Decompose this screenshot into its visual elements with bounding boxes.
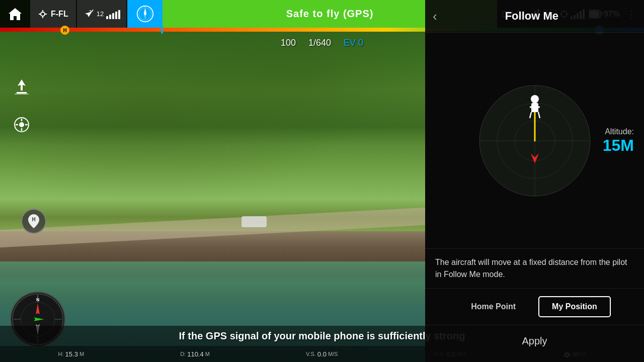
camera-shutter: 1/640: [308, 38, 331, 48]
svg-text:N: N: [36, 297, 39, 302]
home-point-button[interactable]: Home Point: [458, 296, 528, 317]
svg-rect-29: [15, 94, 29, 95]
apply-button[interactable]: Apply: [497, 330, 572, 352]
progress-marker2: [161, 26, 163, 34]
flight-mode: F-FL: [30, 0, 76, 28]
panel-header: ‹ Follow Me: [425, 0, 644, 33]
progress-h-marker: H: [60, 26, 69, 35]
rc-icon[interactable]: [10, 113, 33, 136]
svg-point-31: [20, 123, 24, 127]
altitude-value: 15M: [603, 136, 634, 154]
gps-section: 12: [77, 0, 126, 28]
altitude-label: Altitude:: [603, 127, 634, 136]
land-icon[interactable]: [10, 75, 33, 98]
right-panel: ‹ Follow Me Altitude: 15M: [425, 0, 644, 362]
mode-label: F-FL: [51, 10, 68, 19]
radar-svg: [477, 83, 593, 199]
svg-rect-27: [21, 84, 23, 90]
stat-vspeed: V.S. 0.0 M/S: [306, 350, 338, 358]
svg-line-5: [90, 11, 92, 12]
gps-signal-bars: [106, 9, 120, 19]
svg-text:H: H: [32, 217, 35, 222]
stat-height: H: 15.3 M: [58, 350, 84, 358]
mode-buttons: Home Point My Position: [425, 288, 644, 325]
home-button[interactable]: [0, 0, 30, 28]
apply-section: Apply: [425, 325, 644, 362]
panel-description: The aircraft will move at a fixed distan…: [425, 248, 644, 288]
left-icons: [10, 75, 33, 136]
svg-point-51: [531, 95, 539, 103]
panel-back-button[interactable]: ‹: [433, 9, 437, 24]
my-position-button[interactable]: My Position: [538, 296, 611, 317]
gps-active-button[interactable]: N: [127, 0, 163, 28]
altitude-display: Altitude: 15M: [603, 127, 634, 154]
panel-title: Follow Me: [442, 10, 621, 23]
svg-line-6: [92, 10, 93, 12]
caption-text: If the GPS signal of your mobile phone i…: [179, 330, 465, 342]
svg-point-0: [41, 12, 45, 16]
svg-text:N: N: [144, 5, 145, 8]
gps-count: 12: [97, 10, 104, 18]
stat-distance: D: 110.4 M: [180, 350, 210, 358]
camera-info: 100 1/640 EV 0: [281, 38, 363, 48]
home-marker[interactable]: H: [21, 209, 46, 234]
radar-container: Altitude: 15M: [425, 33, 644, 248]
svg-rect-28: [17, 92, 27, 94]
camera-ev: EV 0: [344, 38, 363, 48]
camera-iso: 100: [281, 38, 296, 48]
